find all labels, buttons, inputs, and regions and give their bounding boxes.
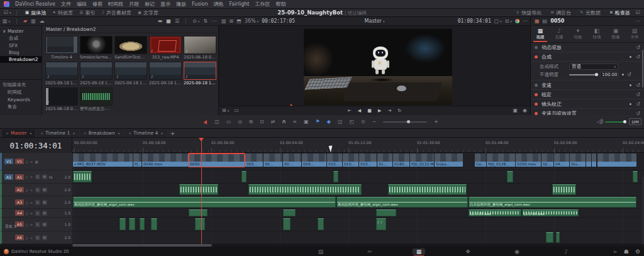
menu-item[interactable]: 文件: [61, 1, 71, 8]
tab-effects[interactable]: ✦ 特效: [569, 26, 587, 42]
list-view-icon[interactable]: ☰: [175, 19, 179, 24]
insert-clip-icon[interactable]: ⧉: [249, 119, 253, 125]
2025-09-18 13-38...[interactable]: ♪ 2025-09-18 13-38...: [149, 62, 182, 86]
lock-icon[interactable]: ▯: [26, 175, 28, 179]
close-icon[interactable]: ×: [40, 131, 43, 135]
opacity-slider[interactable]: [569, 74, 597, 75]
track-badge[interactable]: A6: [15, 235, 24, 240]
reset-icon[interactable]: ↺: [636, 45, 640, 50]
video-clip[interactable]: 009...: [302, 153, 326, 167]
mute-button[interactable]: M: [42, 211, 47, 216]
video-clip[interactable]: Co...: [475, 153, 486, 167]
audio-monitor-icon[interactable]: ◁)): [597, 119, 602, 125]
section-enable-toggle[interactable]: [535, 84, 538, 87]
scopes-icon[interactable]: ▢▾: [494, 19, 502, 24]
audio-clip[interactable]: [189, 209, 208, 216]
audio-clip[interactable]: [151, 218, 157, 230]
audio-track-header[interactable]: A2 ▯ ◃▹ S M 2.0: [0, 184, 72, 196]
替节自然生活-音乐..[interactable]: 替节自然生活-音乐..: [80, 87, 113, 112]
video-clip[interactable]: 010...: [327, 153, 342, 167]
reset-icon[interactable]: ↺: [627, 72, 631, 77]
audio-clip[interactable]: [333, 171, 338, 182]
zoom-out-icon[interactable]: −: [372, 119, 377, 125]
timeline-zoom-slider[interactable]: [383, 121, 427, 123]
track-badge[interactable]: V1: [15, 159, 24, 164]
menu-item[interactable]: 标记: [145, 1, 155, 8]
inspector-section[interactable]: 合成 ↺: [531, 52, 644, 62]
audio-track-header[interactable]: A6 ▯ ◃▹ S M 2.0: [0, 231, 72, 244]
reset-icon[interactable]: ↺: [636, 54, 640, 60]
composite-mode-select[interactable]: 普通▾: [569, 64, 618, 70]
track-badge[interactable]: A5: [15, 221, 24, 227]
section-enable-toggle[interactable]: [535, 55, 538, 58]
video-track-header[interactable]: V1 V1 ▯ ◃▹ ▦: [0, 153, 72, 170]
video-clip[interactable]: PJD_0122.MP4: [410, 153, 434, 167]
inspector-section[interactable]: 稳定 ↺: [531, 90, 644, 99]
auto-select-icon[interactable]: ◃▹: [30, 236, 33, 240]
keyframe-dot-icon[interactable]: [630, 56, 631, 58]
position-lock-icon[interactable]: ▣: [304, 119, 309, 125]
camera-icon[interactable]: ◉: [523, 108, 527, 113]
reset-icon[interactable]: ↺: [636, 101, 640, 107]
bin-master[interactable]: ∨ Master: [0, 28, 42, 35]
project-settings-gear-icon[interactable]: ⚙: [635, 248, 640, 255]
inspector-section[interactable]: 镜头校正 ↺: [531, 99, 644, 109]
thumbnail-view-icon[interactable]: ▦: [166, 19, 171, 24]
trim-edit-mode-icon[interactable]: ◫: [214, 119, 219, 125]
metadata-button[interactable]: ✎ 元数据: [577, 9, 604, 16]
timeline-ruler[interactable]: 01:00:00:0001:00:18:0001:00:36:0001:00:5…: [0, 138, 644, 153]
user-account-icon[interactable]: ☗: [624, 248, 629, 255]
video-clip[interactable]: 005...: [245, 153, 263, 167]
tab-file[interactable]: ▤ 文件: [625, 26, 644, 42]
tab-image[interactable]: ▣ 图像: [606, 26, 625, 42]
menu-item[interactable]: 调色: [213, 1, 223, 8]
zoom-in-icon[interactable]: +: [434, 119, 438, 125]
timeline-tab[interactable]: × Breakdown ▾: [80, 130, 123, 137]
video-clip[interactable]: PJD_0128...: [487, 153, 515, 167]
gang-viewers-icon[interactable]: ▭: [234, 108, 239, 113]
quick-export-button[interactable]: ⇪ 快捷导出: [513, 9, 545, 16]
12.1-06.wav[interactable]: 12.1-06.wav: [522, 209, 579, 216]
audio-clip[interactable]: [552, 184, 576, 195]
tab-audio[interactable]: ♪ 音频: [550, 26, 569, 42]
usage-filter-icon[interactable]: ▥: [31, 19, 36, 24]
sort-icon[interactable]: ⇅: [203, 19, 208, 24]
solo-button[interactable]: S: [35, 187, 40, 192]
audio-clip[interactable]: [556, 232, 560, 243]
bin-item[interactable]: Breakdown2: [0, 56, 42, 63]
menu-item[interactable]: 编辑: [77, 1, 87, 8]
2025-09-18 13-37...[interactable]: ♪ 2025-09-18 13-37...: [184, 62, 216, 86]
auto-select-icon[interactable]: ◃▹: [30, 211, 33, 215]
marker-icon[interactable]: ◆: [327, 119, 331, 125]
close-icon[interactable]: ×: [84, 131, 87, 135]
jump-to-end-button[interactable]: ⇥: [387, 108, 391, 113]
destination-badge[interactable]: A1: [4, 174, 13, 180]
app-menu[interactable]: DaVinci Resolve: [15, 1, 55, 7]
offline-reference-icon[interactable]: ▥: [221, 19, 226, 24]
track-badge[interactable]: A2: [15, 187, 24, 192]
timeline-tab[interactable]: × Timeline 4 ▾: [125, 130, 167, 137]
keyframe-dot-icon[interactable]: [630, 84, 631, 86]
bin-item[interactable]: 合成: [0, 35, 42, 42]
menu-item[interactable]: 播放: [176, 1, 186, 8]
video-clip[interactable]: 0050: [189, 153, 245, 167]
solo-button[interactable]: S: [35, 200, 40, 205]
auto-select-icon[interactable]: ◃▹: [30, 201, 33, 204]
play-reverse-button[interactable]: ◀: [358, 108, 361, 113]
reset-icon[interactable]: ↺: [636, 92, 640, 97]
audio-clip[interactable]: [507, 171, 513, 182]
linked-selection-icon[interactable]: ∞: [292, 119, 297, 125]
selection-tool-icon[interactable]: ▶: [203, 119, 209, 125]
solo-button[interactable]: S: [35, 235, 40, 240]
auto-select-icon[interactable]: ◃▹: [30, 223, 33, 226]
12.1-05.wav[interactable]: 12.1-05.wav: [469, 209, 521, 216]
auto-select-icon[interactable]: ◃▹: [30, 160, 33, 164]
audio-clip[interactable]: [195, 218, 205, 230]
白天自然环境_爱给网_aigei_com.wav[interactable]: 白天自然环境_爱给网_aigei_com.wav: [469, 197, 636, 208]
2025-06-18 00:06...[interactable]: ♪ 2025-06-18 00:06...: [45, 87, 78, 112]
track-badge[interactable]: A1: [15, 174, 24, 180]
tab-transition[interactable]: ◧ 转场: [587, 26, 606, 42]
dynamic-trim-icon[interactable]: ◎: [238, 119, 242, 125]
cut-page-icon[interactable]: ✂: [364, 248, 376, 255]
fairlight-page-icon[interactable]: ♪: [560, 248, 572, 255]
